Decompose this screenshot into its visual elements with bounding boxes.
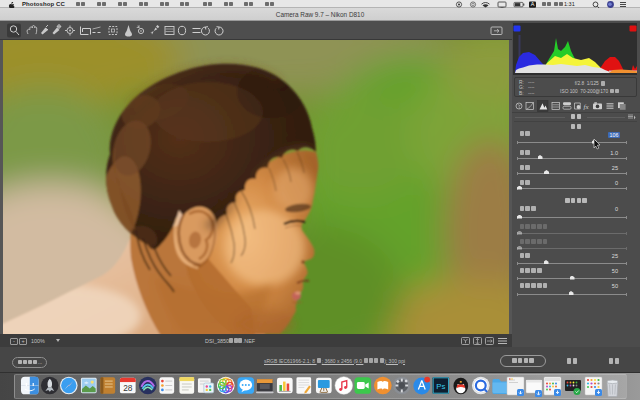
svg-text:Ps: Ps <box>437 382 446 391</box>
svg-text:fx: fx <box>584 103 590 111</box>
svg-text:28: 28 <box>123 383 133 393</box>
svg-text:A: A <box>531 1 535 7</box>
